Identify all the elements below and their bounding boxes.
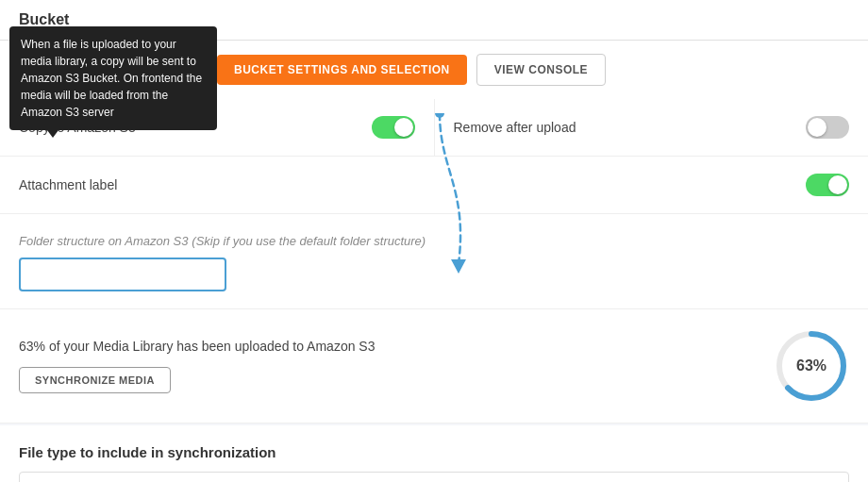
copy-to-s3-toggle[interactable] bbox=[372, 116, 415, 139]
filetype-section: File type to include in synchronization … bbox=[0, 425, 868, 482]
folder-section: Folder structure on Amazon S3 (Skip if y… bbox=[0, 214, 868, 309]
circle-percent-label: 63% bbox=[796, 357, 826, 374]
filetype-textarea[interactable]: jpg,jpeg,jpe,gif,png,svg,webp,bmp,tiff,t… bbox=[19, 472, 849, 482]
view-console-button[interactable]: VIEW CONSOLE bbox=[476, 54, 606, 86]
tooltip-popup: When a file is uploaded to your media li… bbox=[9, 26, 217, 130]
attachment-label-row: Attachment label bbox=[0, 157, 868, 214]
folder-label: Folder structure on Amazon S3 (Skip if y… bbox=[19, 233, 849, 248]
attachment-label: Attachment label bbox=[19, 177, 806, 192]
folder-input[interactable] bbox=[19, 258, 226, 291]
progress-section: 63% of your Media Library has been uploa… bbox=[0, 309, 868, 424]
bucket-settings-button[interactable]: BUCKET SETTINGS AND SELECTION bbox=[217, 55, 467, 85]
attachment-toggle[interactable] bbox=[806, 174, 849, 196]
header: Bucket When a file is uploaded to your m… bbox=[0, 0, 868, 41]
page-wrapper: Bucket When a file is uploaded to your m… bbox=[0, 0, 868, 482]
progress-text: 63% of your Media Library has been uploa… bbox=[19, 339, 745, 354]
circle-progress: 63% bbox=[774, 328, 849, 404]
synchronize-media-button[interactable]: SYNCHRONIZE MEDIA bbox=[19, 367, 171, 393]
remove-after-upload-col: Remove after upload bbox=[435, 99, 869, 156]
remove-after-upload-label: Remove after upload bbox=[454, 120, 807, 135]
remove-after-upload-toggle[interactable] bbox=[806, 116, 849, 139]
progress-left: 63% of your Media Library has been uploa… bbox=[19, 339, 745, 393]
filetype-title: File type to include in synchronization bbox=[19, 444, 849, 460]
